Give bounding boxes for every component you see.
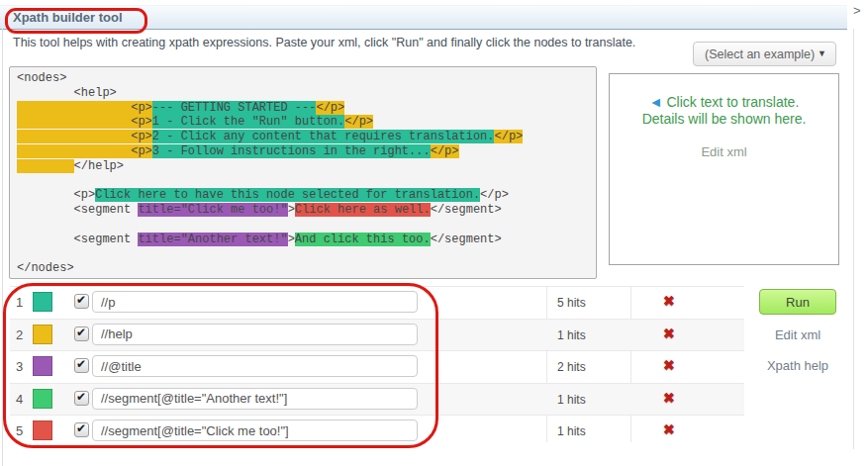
color-swatch <box>33 420 52 440</box>
xml-highlight-yellow[interactable]: </p> <box>431 144 459 158</box>
collapse-panel-icon[interactable]: > <box>853 3 861 18</box>
xml-text: <segment <box>17 203 138 217</box>
xml-highlight-purple[interactable]: title="Another text!" <box>138 233 287 246</box>
xml-line: <p>--- GETTING STARTED ---</p> <box>17 101 589 116</box>
xml-text: </nodes> <box>17 261 74 275</box>
xml-text: > <box>288 233 295 246</box>
xpath-input[interactable] <box>92 324 418 345</box>
row-number: 3 <box>16 359 30 374</box>
hits-count: 1 hits <box>557 328 586 342</box>
xml-text: </segment> <box>431 203 502 217</box>
panel-instruction-line1: ◄ Click text to translate. <box>610 94 838 110</box>
xml-viewer[interactable]: <nodes> <help> <p>--- GETTING STARTED --… <box>9 66 597 279</box>
xml-text: > <box>288 203 295 217</box>
xml-highlight-yellow[interactable]: <p> <box>17 144 152 158</box>
xpath-row: 3✔2 hits✖ <box>10 350 744 383</box>
xpath-table: 1✔5 hits✖2✔1 hits✖3✔2 hits✖4✔1 hits✖5✔1 … <box>10 286 744 447</box>
xml-highlight-teal[interactable]: --- GETTING STARTED --- <box>152 101 317 115</box>
xml-text: <help> <box>17 86 117 100</box>
intro-text: This tool helps with creating xpath expr… <box>13 36 635 49</box>
delete-row-icon[interactable]: ✖ <box>663 390 675 406</box>
xml-line <box>17 218 589 233</box>
xml-text: </p> <box>480 188 509 202</box>
example-select[interactable]: (Select an example) ▼ <box>693 42 836 66</box>
xml-line: <p>Click here to have this node selected… <box>17 188 589 203</box>
color-swatch <box>33 356 52 376</box>
edit-xml-link[interactable]: Edit xml <box>759 327 836 342</box>
row-number: 5 <box>16 423 30 438</box>
xpath-row: 5✔1 hits✖ <box>10 415 744 447</box>
row-number: 4 <box>16 392 30 407</box>
xml-highlight-yellow[interactable]: </p> <box>344 115 373 129</box>
xml-highlight-teal[interactable]: 2 - Click any content that requires tran… <box>152 130 495 143</box>
row-checkbox[interactable]: ✔ <box>74 358 89 373</box>
run-button[interactable]: Run <box>759 289 836 315</box>
panel-instruction-text1: Click text to translate. <box>666 94 799 110</box>
xml-highlight-teal[interactable]: 3 - Follow instructions in the right... <box>152 144 431 158</box>
xml-line: </help> <box>17 159 589 174</box>
row-checkbox[interactable]: ✔ <box>74 391 89 406</box>
xml-line: </nodes> <box>17 261 589 276</box>
container-left-border <box>2 29 3 466</box>
xml-text: <nodes> <box>17 71 66 85</box>
xml-highlight-teal[interactable]: 1 - Click the "Run" button. <box>152 115 344 129</box>
color-swatch <box>33 292 52 312</box>
xml-highlight-yellow[interactable]: </p> <box>494 130 523 143</box>
hits-count: 2 hits <box>557 360 586 374</box>
xml-line: <nodes> <box>17 71 589 86</box>
details-panel: ◄ Click text to translate. Details will … <box>609 73 839 265</box>
panel-instruction-line2: Details will be shown here. <box>610 111 838 127</box>
xml-highlight-purple[interactable]: title="Click me too!" <box>138 203 287 217</box>
checkmark-icon: ✔ <box>76 390 86 404</box>
row-checkbox[interactable]: ✔ <box>74 294 89 309</box>
xpath-builder-tool: Xpath builder tool > This tool helps wit… <box>0 0 868 466</box>
checkmark-icon: ✔ <box>76 293 86 307</box>
left-arrow-icon: ◄ <box>649 94 663 110</box>
checkmark-icon: ✔ <box>76 357 86 371</box>
xml-text: <segment <box>17 233 138 246</box>
color-swatch <box>33 389 52 409</box>
xml-line: <help> <box>17 86 589 101</box>
xml-highlight-teal[interactable]: Click here to have this node selected fo… <box>95 188 480 202</box>
delete-row-icon[interactable]: ✖ <box>663 357 675 373</box>
xml-highlight-yellow[interactable]: <p> <box>17 101 152 115</box>
row-checkbox[interactable]: ✔ <box>74 422 89 437</box>
row-number: 1 <box>16 295 30 310</box>
xpath-row: 4✔1 hits✖ <box>10 383 744 416</box>
xml-highlight-red[interactable]: Click here as well. <box>295 203 431 217</box>
xml-line: <p>3 - Follow instructions in the right.… <box>17 144 589 159</box>
checkmark-icon: ✔ <box>76 326 86 339</box>
delete-row-icon[interactable]: ✖ <box>663 326 675 341</box>
xml-text: </help> <box>74 159 124 173</box>
xml-highlight-yellow[interactable]: </p> <box>316 101 344 115</box>
page-title: Xpath builder tool <box>13 10 123 25</box>
container-right-border <box>853 29 854 449</box>
delete-row-icon[interactable]: ✖ <box>663 293 675 309</box>
hits-count: 1 hits <box>557 393 586 407</box>
xpath-input[interactable] <box>92 388 418 410</box>
row-number: 2 <box>16 327 30 342</box>
xml-line: <segment title="Another text!">And click… <box>17 233 589 247</box>
chevron-down-icon: ▼ <box>818 48 826 58</box>
xml-highlight-green[interactable]: And click this too. <box>295 233 431 246</box>
xpath-input[interactable] <box>92 419 418 441</box>
xpath-row: 1✔5 hits✖ <box>10 286 744 319</box>
xml-line: <p>1 - Click the "Run" button.</p> <box>17 115 589 130</box>
hits-count: 1 hits <box>557 424 586 438</box>
edit-xml-link-panel[interactable]: Edit xml <box>610 144 838 159</box>
xml-line: <segment title="Click me too!">Click her… <box>17 203 589 218</box>
xml-highlight-yellow[interactable]: <p> <box>17 130 152 143</box>
xml-text: </segment> <box>431 233 502 246</box>
hits-count: 5 hits <box>557 296 586 310</box>
delete-row-icon[interactable]: ✖ <box>663 421 675 437</box>
xpath-input[interactable] <box>92 291 418 313</box>
xml-line: <p>2 - Click any content that requires t… <box>17 130 589 144</box>
xpath-input[interactable] <box>92 355 418 377</box>
xpath-row: 2✔1 hits✖ <box>10 319 744 351</box>
xml-highlight-yellow[interactable] <box>17 159 74 173</box>
xml-highlight-yellow[interactable]: <p> <box>17 115 152 129</box>
color-swatch <box>33 325 52 344</box>
xpath-help-link[interactable]: Xpath help <box>759 358 836 373</box>
row-checkbox[interactable]: ✔ <box>74 326 89 341</box>
xml-line <box>17 247 589 262</box>
